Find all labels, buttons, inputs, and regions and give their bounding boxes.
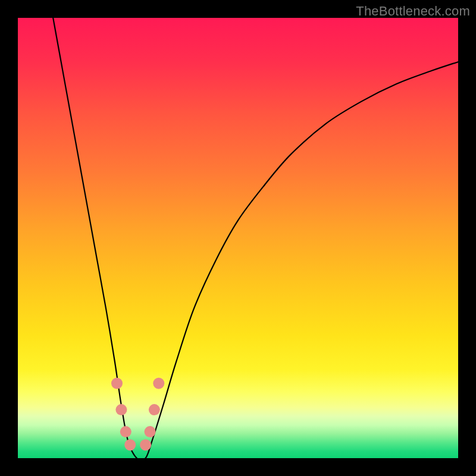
svg-rect-0 bbox=[18, 18, 458, 458]
chart-frame: TheBottleneck.com bbox=[0, 0, 476, 476]
watermark-text: TheBottleneck.com bbox=[356, 4, 470, 19]
background-gradient bbox=[18, 18, 458, 458]
plot-area bbox=[18, 18, 458, 458]
